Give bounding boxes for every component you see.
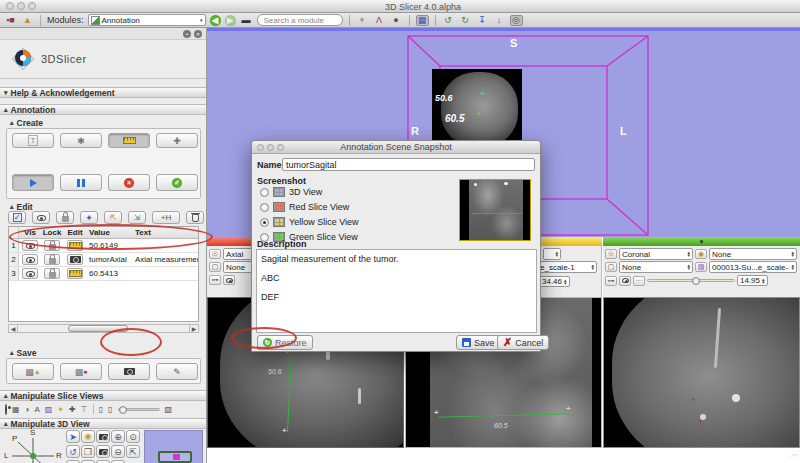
- modules-combobox[interactable]: Annotation ▾: [88, 14, 206, 26]
- module-history-icon[interactable]: ▬: [240, 15, 253, 26]
- edit-ruler-button[interactable]: [67, 268, 83, 279]
- scroll-left-icon[interactable]: ◀: [9, 325, 18, 332]
- create-fiducial-button[interactable]: ✱: [60, 133, 102, 148]
- visibility-button[interactable]: [22, 254, 38, 265]
- eye-button[interactable]: [619, 276, 631, 286]
- select-all-button[interactable]: ✓: [8, 211, 26, 224]
- save-scene-view-button[interactable]: ▩●: [60, 363, 102, 380]
- slice-fit-icon[interactable]: ⊤: [81, 405, 88, 414]
- slice-layers-icon[interactable]: ▨: [45, 405, 53, 414]
- cancel-place-button[interactable]: ×: [108, 174, 150, 191]
- view-camera-button[interactable]: [96, 445, 110, 458]
- pause-place-button[interactable]: [60, 174, 102, 191]
- manipulate-slice-views-header[interactable]: ▴Manipulate Slice Views: [0, 390, 206, 401]
- table-horizontal-scrollbar[interactable]: ◀ ▶: [8, 324, 199, 333]
- view-zoom-out-button[interactable]: ⊖: [111, 445, 125, 458]
- cancel-button[interactable]: ✗ Cancel: [497, 335, 549, 350]
- green-volume-combobox[interactable]: 000013-Su...e_scale-1▴▾: [709, 261, 797, 273]
- cube-icon[interactable]: ▢: [209, 262, 221, 272]
- layers-icon[interactable]: ▨: [695, 262, 707, 272]
- view-zoom-sel-button[interactable]: ⊙: [126, 430, 140, 443]
- search-input[interactable]: Search a module: [257, 14, 343, 26]
- lock-button[interactable]: [44, 268, 60, 279]
- sphere-widget-icon[interactable]: ●: [390, 15, 403, 26]
- eye-button[interactable]: [223, 275, 235, 285]
- option-red-slice-view[interactable]: Red Slice View: [260, 202, 349, 212]
- mouse-hand-icon[interactable]: ✦: [356, 15, 369, 26]
- radio-icon[interactable]: [260, 188, 269, 197]
- green-label-combobox[interactable]: None▴▾: [619, 261, 693, 273]
- zoom-window-button[interactable]: [28, 2, 36, 10]
- create-text-annotation-button[interactable]: T: [12, 133, 54, 148]
- load-data-icon[interactable]: ▪■: [4, 15, 17, 26]
- label-visibility-icon[interactable]: ◉: [695, 249, 707, 259]
- jump-to-annotation-button[interactable]: ✦: [80, 211, 98, 224]
- capture-scene-snapshot-icon[interactable]: ↻: [459, 15, 472, 26]
- history-forward-button[interactable]: ▶: [225, 15, 236, 26]
- option-3d-view[interactable]: 3D View: [260, 187, 322, 197]
- panel-close-button[interactable]: ×: [194, 30, 202, 38]
- text-cell[interactable]: Axial measurement of the tu: [133, 255, 198, 264]
- pushpin-icon[interactable]: ☉: [605, 249, 617, 259]
- description-textarea[interactable]: Sagital measurement of the tumor. ABC DE…: [256, 249, 537, 333]
- delete-button[interactable]: [186, 211, 204, 224]
- history-back-button[interactable]: ◀: [210, 15, 221, 26]
- fiducial-marker[interactable]: +: [691, 397, 696, 403]
- create-ruler-button[interactable]: [108, 133, 150, 148]
- value-cell[interactable]: 60.5413: [87, 269, 133, 278]
- more-options-button[interactable]: ⋯: [633, 276, 645, 286]
- radio-icon[interactable]: [260, 203, 269, 212]
- help-acknowledgement-header[interactable]: ▾ Help & Acknowledgement: [0, 87, 206, 98]
- slice-visibility-icon[interactable]: [5, 405, 7, 414]
- resize-grip-icon[interactable]: ◠: [791, 452, 798, 461]
- view-stack-button[interactable]: ❐: [81, 445, 95, 458]
- option-yellow-slice-view[interactable]: Yellow Slice View: [260, 217, 359, 227]
- visibility-button[interactable]: [22, 268, 38, 279]
- slice-opacity-slider[interactable]: [118, 408, 160, 411]
- table-row[interactable]: 3 60.5413: [9, 267, 198, 281]
- slice-end-icon[interactable]: ▧: [165, 405, 173, 414]
- view-spin-button[interactable]: ✺: [81, 430, 95, 443]
- toggle-lock-button[interactable]: [56, 211, 74, 224]
- view-zoom-in-button[interactable]: ⊕: [111, 430, 125, 443]
- green-opacity-slider[interactable]: [647, 279, 735, 282]
- dialog-close-button[interactable]: [257, 144, 264, 151]
- minimize-window-button[interactable]: [17, 2, 25, 10]
- view-pick-button[interactable]: ➤: [66, 430, 80, 443]
- pin-icon[interactable]: ↓: [493, 15, 506, 26]
- create-subsection-header[interactable]: ▴Create: [10, 118, 43, 128]
- link-icon[interactable]: ⊶: [209, 275, 221, 285]
- save-subsection-header[interactable]: ▴Save: [10, 348, 36, 358]
- scene-snapshot-camera-button[interactable]: ◎: [510, 15, 523, 26]
- green-slice-view[interactable]: + +: [603, 297, 800, 448]
- save-mrml-scene-button[interactable]: ▩▲: [12, 363, 54, 380]
- table-row[interactable]: 2 tumorAxial Axial measurement of the tu: [9, 253, 198, 267]
- layout-selector-button[interactable]: ▦: [416, 15, 429, 26]
- slice-copy-icon[interactable]: ▯: [99, 405, 103, 414]
- cube-icon[interactable]: ▢: [605, 262, 617, 272]
- dialog-titlebar[interactable]: Annotation Scene Snapshot: [252, 141, 540, 154]
- green-fg-combobox[interactable]: None▴▾: [709, 248, 797, 260]
- view-rotate-button[interactable]: ↺: [66, 445, 80, 458]
- scroll-right-icon[interactable]: ▶: [189, 325, 198, 332]
- pushpin-icon[interactable]: ☉: [209, 249, 221, 259]
- panel-pin-button[interactable]: •: [183, 30, 191, 38]
- fiducial-marker[interactable]: +: [698, 419, 703, 425]
- save-button[interactable]: Save: [456, 335, 501, 350]
- name-input[interactable]: tumorSagital: [282, 158, 535, 171]
- restore-scene-snapshot-icon[interactable]: ↺: [442, 15, 455, 26]
- value-cell[interactable]: tumorAxial: [87, 255, 133, 264]
- lock-button[interactable]: [44, 254, 60, 265]
- link-icon[interactable]: ⊶: [605, 276, 617, 286]
- green-slice-bar[interactable]: ▾: [603, 237, 800, 246]
- done-place-button[interactable]: ✓: [156, 174, 198, 191]
- edit-properties-button[interactable]: ✎: [156, 363, 198, 380]
- dialog-minimize-button[interactable]: [267, 144, 274, 151]
- scene-snapshot-button[interactable]: [108, 363, 150, 380]
- green-opacity-spinbox[interactable]: 14.95▴▾: [737, 275, 768, 286]
- slice-halfmoon-icon[interactable]: ◑: [25, 405, 30, 414]
- green-orientation-combobox[interactable]: Coronal▴▾: [619, 248, 693, 260]
- annotation-section-header[interactable]: ▴ Annotation: [0, 104, 206, 115]
- dialog-zoom-button[interactable]: [277, 144, 284, 151]
- slice-grid-icon[interactable]: ▦: [12, 405, 20, 414]
